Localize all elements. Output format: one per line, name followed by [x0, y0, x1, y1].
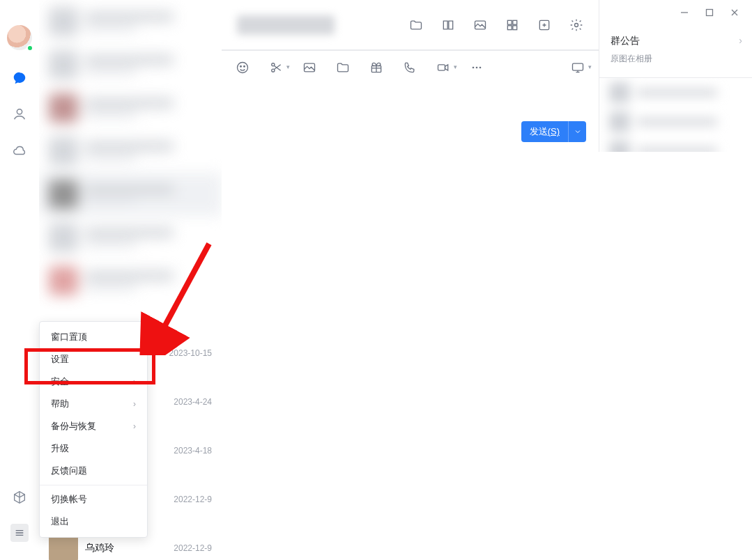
conversation-time: 2022-12-9	[174, 543, 212, 553]
svg-point-9	[240, 66, 242, 68]
folder-icon[interactable]	[336, 61, 350, 75]
chevron-right-icon: ›	[133, 421, 136, 431]
ctx-switch-account[interactable]: 切换帐号	[40, 488, 147, 511]
svg-rect-15	[438, 65, 445, 70]
ctx-upgrade[interactable]: 升级	[40, 437, 147, 460]
separator	[40, 485, 147, 485]
settings-icon[interactable]	[569, 18, 583, 32]
svg-rect-2	[507, 20, 512, 24]
phone-icon[interactable]	[403, 61, 417, 75]
app-root: 2023-10-15 2023-4-24 2023-4-18 2022-12-9…	[0, 0, 752, 560]
cloud-icon[interactable]	[11, 142, 28, 159]
chevron-right-icon: ›	[133, 377, 136, 387]
announcement-text: 原图在相册	[611, 53, 741, 65]
chat-header	[222, 0, 599, 50]
chat-title	[237, 15, 335, 35]
svg-point-18	[479, 67, 482, 69]
right-panel: 群公告 原图在相册 ›	[599, 0, 752, 152]
group-announcement[interactable]: 群公告 原图在相册 ›	[599, 25, 752, 78]
chevron-right-icon: ›	[739, 35, 742, 46]
avatar[interactable]	[7, 25, 32, 50]
ctx-help[interactable]: 帮助›	[40, 393, 147, 415]
conversation-time: 2023-10-15	[169, 348, 212, 358]
screen-share-icon[interactable]	[571, 61, 585, 75]
svg-point-8	[238, 63, 248, 73]
svg-rect-3	[513, 20, 517, 24]
ctx-pin-window[interactable]: 窗口置顶	[40, 326, 147, 348]
ctx-feedback[interactable]: 反馈问题	[40, 460, 147, 482]
maximize-button[interactable]	[705, 8, 714, 17]
chat-bubble-icon[interactable]	[11, 70, 28, 86]
send-button-group: 发送(S)	[521, 121, 586, 142]
gift-icon[interactable]	[369, 61, 383, 75]
nav-rail	[0, 0, 39, 560]
svg-rect-19	[573, 63, 583, 70]
presence-dot	[26, 45, 33, 52]
add-icon[interactable]	[537, 18, 551, 32]
window-controls	[599, 0, 752, 25]
member-list	[599, 78, 752, 152]
send-button[interactable]: 发送(S)	[521, 121, 568, 142]
chevron-right-icon: ›	[133, 399, 136, 409]
svg-point-11	[272, 63, 275, 66]
close-button[interactable]	[730, 8, 739, 17]
ctx-logout[interactable]: 退出	[40, 511, 147, 533]
video-icon[interactable]	[436, 61, 450, 75]
book-icon[interactable]	[441, 18, 455, 32]
conversation-time: 2022-12-9	[174, 495, 212, 504]
conversation-time: 2023-4-18	[174, 446, 212, 456]
svg-point-7	[575, 23, 578, 26]
minimize-button[interactable]	[680, 8, 689, 17]
svg-point-12	[272, 69, 275, 72]
svg-point-17	[476, 67, 478, 69]
svg-point-10	[244, 66, 245, 68]
image-icon[interactable]	[302, 61, 316, 75]
conversation-name: 乌鸡玲	[85, 542, 114, 554]
send-dropdown[interactable]	[568, 121, 586, 142]
ctx-security[interactable]: 安全›	[40, 371, 147, 393]
svg-rect-4	[507, 25, 512, 29]
svg-point-0	[17, 109, 22, 114]
svg-rect-5	[513, 25, 517, 29]
more-icon[interactable]	[470, 61, 484, 75]
scissors-icon[interactable]	[269, 61, 283, 75]
grid-icon[interactable]	[505, 18, 519, 32]
main-column: 发送(S) 群公告 原图在相册 ›	[222, 0, 752, 560]
ctx-settings[interactable]: 设置	[40, 348, 147, 371]
folder-icon[interactable]	[409, 18, 423, 32]
image-icon[interactable]	[473, 18, 487, 32]
conversation-time: 2023-4-24	[174, 397, 212, 407]
ctx-backup-restore[interactable]: 备份与恢复›	[40, 415, 147, 437]
input-area: 发送(S)	[222, 50, 599, 152]
svg-point-16	[473, 67, 475, 69]
svg-rect-20	[707, 10, 713, 16]
announcement-title: 群公告	[611, 35, 741, 47]
menu-icon[interactable]	[10, 524, 29, 542]
contacts-icon[interactable]	[11, 106, 28, 123]
emoji-icon[interactable]	[236, 61, 250, 75]
context-menu: 窗口置顶 设置 安全› 帮助› 备份与恢复› 升级 反馈问题 切换帐号 退出	[39, 321, 148, 538]
cube-icon[interactable]	[11, 489, 28, 506]
